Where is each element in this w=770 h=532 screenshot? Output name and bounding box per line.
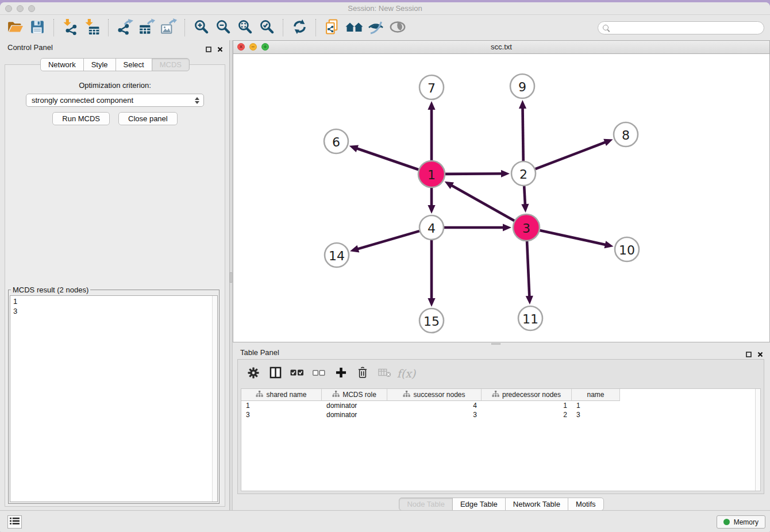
tab-select[interactable]: Select [116,58,152,71]
import-network-button[interactable] [59,17,81,38]
graph-edge-1-7[interactable] [428,101,435,160]
tab-node-table[interactable]: Node Table [399,498,453,511]
graph-node-10[interactable]: 10 [615,237,639,261]
import-table-button[interactable] [81,17,103,38]
graph-edge-2-3[interactable] [521,186,529,213]
delete-table-icon [378,368,391,379]
tab-network-table[interactable]: Network Table [505,498,568,511]
mcds-result-list[interactable]: 13 [10,295,218,502]
graph-node-9[interactable]: 9 [510,74,534,98]
graph-edge-2-9[interactable] [519,100,526,161]
graph-edge-4-15[interactable] [428,240,435,307]
float-panel-icon[interactable] [746,349,752,360]
table-row[interactable]: 3dominator323 [241,410,760,419]
control-panel-buttons [206,44,223,55]
zoom-out-button[interactable] [212,17,234,38]
column-header-predecessor-nodes[interactable]: predecessor nodes [482,389,572,401]
home-view-button[interactable] [343,17,365,38]
graph-edge-3-1[interactable] [445,182,514,221]
svg-text:10: 10 [619,243,635,257]
window-titlebar: Session: New Session [0,2,770,15]
table-row[interactable]: 1dominator411 [241,401,760,410]
refresh-view-button[interactable] [288,17,310,38]
close-panel-icon[interactable] [757,349,763,360]
hide-unselected-button[interactable] [365,17,387,38]
show-all-button[interactable] [387,17,409,38]
splitter-grip[interactable] [230,272,232,283]
graph-edge-1-6[interactable] [349,145,419,169]
graph-node-15[interactable]: 15 [419,309,444,333]
column-header-name[interactable]: name [572,389,620,401]
settings-gear-button[interactable] [244,364,263,383]
mcds-result-item[interactable]: 1 [13,296,214,306]
minimize-window-button[interactable] [17,5,24,12]
delete-row-button[interactable] [353,364,372,383]
close-view-button[interactable]: × [237,43,245,51]
column-header-successor-nodes[interactable]: successor nodes [387,389,482,401]
tab-mcds[interactable]: MCDS [152,58,190,71]
tab-motifs[interactable]: Motifs [568,498,604,511]
select-all-rows-button[interactable] [287,364,307,383]
graph-node-8[interactable]: 8 [614,122,638,147]
column-header-MCDS-role[interactable]: MCDS role [322,389,387,401]
table-scrollbar[interactable] [755,389,760,491]
graph-edge-4-14[interactable] [350,231,419,252]
memory-button[interactable]: Memory [717,515,765,529]
graph-edge-2-8[interactable] [536,139,613,169]
splitter-grip[interactable] [491,343,500,345]
add-row-button[interactable] [331,364,351,383]
tab-network[interactable]: Network [40,58,84,71]
open-session-button[interactable] [5,17,26,38]
zoom-selected-button[interactable] [256,17,278,38]
graph-node-2[interactable]: 2 [511,161,536,186]
tab-style[interactable]: Style [83,58,116,71]
save-session-icon [30,20,45,36]
graph-edge-1-2[interactable] [445,170,510,178]
mcds-result-item[interactable]: 3 [13,306,214,316]
criterion-dropdown[interactable]: strongly connected component [26,94,204,107]
search-input[interactable] [611,24,764,32]
export-network-button[interactable] [114,17,136,38]
table-panel-title: Table Panel [240,348,279,357]
graph-node-11[interactable]: 11 [518,306,542,330]
run-mcds-button[interactable]: Run MCDS [52,112,110,125]
zoom-window-button[interactable] [28,5,35,12]
column-header-shared-name[interactable]: shared name [241,389,322,401]
float-panel-icon[interactable] [206,44,211,55]
export-table-icon [138,18,155,37]
tab-edge-table[interactable]: Edge Table [452,498,506,511]
zoom-fit-button[interactable] [234,17,256,38]
graph-node-7[interactable]: 7 [419,75,444,99]
graph-node-1[interactable]: 1 [418,161,445,187]
save-session-button[interactable] [26,17,48,38]
close-panel-button[interactable]: Close panel [118,112,178,125]
graph-edge-4-3[interactable] [444,223,511,231]
graph-node-4[interactable]: 4 [419,215,444,240]
graph-node-14[interactable]: 14 [325,243,349,267]
table-panel-buttons [746,349,763,360]
graph-node-6[interactable]: 6 [324,129,348,153]
export-image-button[interactable] [157,17,179,38]
graph-edge-3-10[interactable] [540,230,613,248]
deselect-all-rows-button[interactable] [309,364,329,383]
svg-text:15: 15 [424,314,440,329]
export-table-button[interactable] [136,17,157,38]
deselect-all-rows-icon [313,369,325,378]
close-window-button[interactable] [5,5,12,12]
graph-node-3[interactable]: 3 [513,214,540,241]
maximize-view-button[interactable]: + [261,43,269,51]
table-cell: 2 [482,411,572,419]
zoom-in-button[interactable] [190,17,212,38]
task-history-button[interactable] [7,515,22,529]
network-canvas[interactable]: 7968124314101511 [234,54,769,341]
close-panel-icon[interactable] [217,44,223,55]
svg-text:11: 11 [522,312,538,326]
open-session-icon [7,20,24,36]
result-scrollbar[interactable] [212,296,217,502]
search-icon [603,25,609,30]
show-columns-button[interactable] [265,364,285,383]
clone-network-button[interactable] [321,17,343,38]
graph-edge-3-11[interactable] [526,241,533,304]
graph-edge-1-4[interactable] [428,188,435,214]
minimize-view-button[interactable]: − [249,43,257,51]
